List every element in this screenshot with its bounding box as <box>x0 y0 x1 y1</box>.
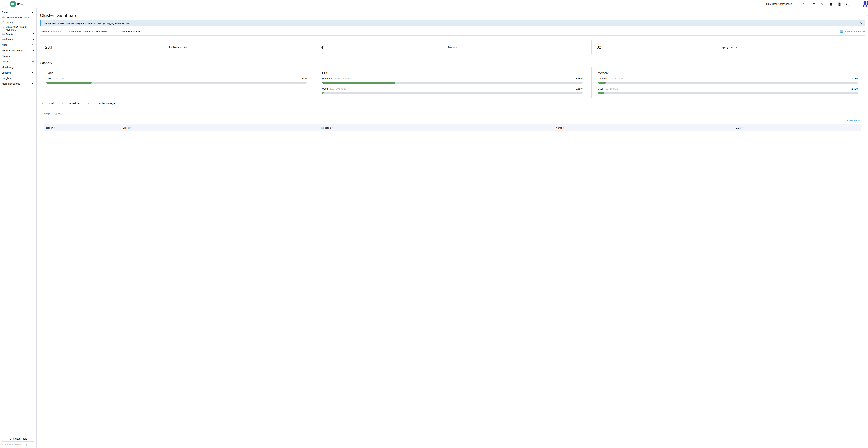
divider <box>40 35 272 36</box>
column-label: Object <box>123 127 129 129</box>
sidebar-group-service-discovery[interactable]: Service Discovery <box>0 48 36 53</box>
stat-card-total-resources: Total Resources 233 <box>40 40 272 54</box>
chevron-down-icon <box>32 50 34 51</box>
sidebar-group-label: Longhorn <box>2 77 12 79</box>
tab-alerts[interactable]: Alerts <box>53 111 64 117</box>
sidebar-group-storage[interactable]: Storage <box>0 53 36 59</box>
sidebar-group-logging[interactable]: Logging <box>0 70 36 75</box>
top-header: ha... Only User Namespaces <box>0 0 272 8</box>
main-content: Cluster Dashboard Use the new Cluster To… <box>37 8 272 138</box>
capacity-card-title: Pods <box>46 71 272 75</box>
meter-fraction: 139 / 800 <box>54 77 64 80</box>
item-count: 0 <box>33 33 34 36</box>
check-icon: ✓ <box>86 101 92 106</box>
events-table-header: Reason Object Message Name <box>43 124 272 131</box>
sidebar-group-label: Monitoring <box>2 66 13 68</box>
chevron-down-icon <box>32 55 34 57</box>
sidebar-item-label: Nodes <box>6 21 13 24</box>
sidebar-item-label: Events <box>6 33 13 36</box>
page-title: Cluster Dashboard <box>40 13 272 18</box>
tab-events[interactable]: Events <box>40 111 53 117</box>
sidebar-group-apps[interactable]: Apps <box>0 42 36 48</box>
sidebar-group-label: Cluster <box>2 11 10 14</box>
sidebar-item-nodes[interactable]: Nodes 4 <box>0 20 36 25</box>
component-label: Etcd <box>46 101 57 106</box>
tab-bar: Events Alerts <box>40 111 272 117</box>
globe-icon <box>2 27 5 30</box>
glance-row: Provider: Harvester Kubernetes Version: … <box>40 28 272 35</box>
sidebar-group-label: Apps <box>2 43 7 46</box>
cluster-name: ha... <box>17 2 23 5</box>
chevron-down-icon <box>32 83 34 85</box>
provider-pair: Provider: Harvester <box>40 30 61 33</box>
progress-fill <box>46 82 92 84</box>
chevron-down-icon <box>32 39 34 40</box>
events-panel: Events Alerts Full events list Reason Ob… <box>40 111 272 138</box>
harvester-logo-icon <box>11 2 15 6</box>
component-etcd: ✓ Etcd <box>40 101 57 106</box>
sidebar-item-label: Cluster and Project Members <box>6 26 34 31</box>
sidebar-group-policy[interactable]: Policy <box>0 59 36 64</box>
sidebar-group-monitoring[interactable]: Monitoring <box>0 64 36 70</box>
events-panel-body: Full events list Reason Object Message <box>40 119 272 131</box>
hamburger-menu-icon[interactable] <box>3 3 6 5</box>
component-label: Scheduler <box>66 101 83 106</box>
sidebar-item-projects-namespaces[interactable]: Projects/Namespaces <box>0 15 36 20</box>
chevron-down-icon <box>32 72 34 73</box>
info-banner: Use the new Cluster Tools to manage and … <box>40 21 272 26</box>
created-label: Created: <box>116 30 125 33</box>
events-table: Reason Object Message Name <box>43 124 272 131</box>
provider-link[interactable]: Harvester <box>50 30 61 33</box>
capacity-heading: Capacity <box>40 61 272 65</box>
meter-row: Used 139 / 800 17.38% <box>46 77 272 80</box>
sidebar-group-label: Storage <box>2 55 10 57</box>
meter-label: Used <box>46 77 52 80</box>
sidebar-nav: Cluster Projects/Namespaces Nodes 4 Clus… <box>0 8 37 138</box>
chevron-down-icon <box>32 44 34 45</box>
chevron-down-icon <box>32 61 34 62</box>
sidebar-group-label: Policy <box>2 60 8 63</box>
k8s-value: v1.25.9 <box>92 30 100 33</box>
banner-text: Use the new Cluster Tools to manage and … <box>43 22 130 25</box>
stat-cards-row: Total Resources 233 Nodes 4 Deployments … <box>40 40 272 54</box>
tab-label: Events <box>43 113 50 116</box>
tab-label: Alerts <box>55 113 62 116</box>
sidebar-item-cluster-project-members[interactable]: Cluster and Project Members <box>0 25 36 32</box>
chevron-up-icon <box>32 12 34 13</box>
components-row: ✓ Etcd ✓ Scheduler ✓ Controller Manager <box>40 101 272 106</box>
component-controller-manager: ✓ Controller Manager <box>86 101 119 106</box>
created-pair: Created: 9 hours ago <box>116 30 140 33</box>
globe-icon <box>2 21 5 24</box>
sidebar-group-label: Service Discovery <box>2 49 22 52</box>
component-label: Controller Manager <box>92 101 119 106</box>
capacity-cards-row: Pods Used 139 / 800 17.38% CPU Reserved … <box>40 67 272 98</box>
sidebar-group-cluster[interactable]: Cluster <box>0 9 36 15</box>
component-scheduler: ✓ Scheduler <box>60 101 83 106</box>
capacity-card-pods: Pods Used 139 / 800 17.38% <box>40 67 272 98</box>
sort-icons <box>54 127 55 129</box>
column-header-reason[interactable]: Reason <box>43 127 121 129</box>
sidebar-group-more-resources[interactable]: More Resources <box>0 81 36 87</box>
sort-icons <box>130 127 131 129</box>
sidebar-item-events[interactable]: Events 0 <box>0 32 36 37</box>
sidebar-group-longhorn[interactable]: Longhorn <box>0 75 36 81</box>
stat-label: Total Resources <box>40 45 272 49</box>
item-count: 4 <box>33 21 34 24</box>
k8s-suffix: +rke2r1 <box>101 31 107 33</box>
column-label: Reason <box>45 127 53 129</box>
provider-label: Provider: <box>40 30 50 33</box>
sidebar-item-label: Projects/Namespaces <box>6 16 29 19</box>
harvester-logo[interactable] <box>10 1 16 7</box>
chevron-down-icon <box>32 66 34 68</box>
folder-icon <box>2 33 5 36</box>
column-header-object[interactable]: Object <box>121 127 272 129</box>
k8s-label: Kubernetes Version: <box>69 30 91 33</box>
sidebar-group-workloads[interactable]: Workloads <box>0 37 36 42</box>
check-icon: ✓ <box>40 101 46 106</box>
check-icon: ✓ <box>60 101 66 106</box>
k8s-version-pair: Kubernetes Version: v1.25.9 +rke2r1 <box>69 30 107 33</box>
globe-icon <box>2 16 5 19</box>
sidebar-group-label: Workloads <box>2 38 13 41</box>
progress-track <box>46 82 272 84</box>
created-value: 9 hours ago <box>126 30 140 33</box>
